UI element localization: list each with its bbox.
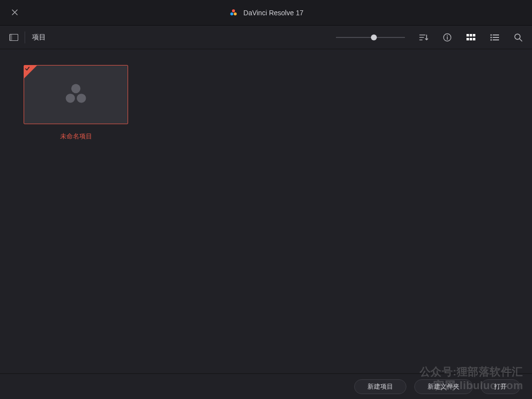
- svg-point-14: [490, 36, 492, 38]
- new-project-button[interactable]: 新建项目: [354, 379, 406, 394]
- project-thumbnail[interactable]: [24, 65, 128, 124]
- breadcrumb[interactable]: 项目: [31, 33, 46, 42]
- svg-point-2: [234, 12, 237, 15]
- svg-point-15: [490, 39, 492, 40]
- sidebar-toggle-icon[interactable]: [9, 33, 19, 42]
- svg-rect-12: [473, 38, 475, 40]
- project-card[interactable]: 未命名项目: [24, 65, 128, 141]
- toolbar: 项目: [0, 26, 532, 49]
- svg-rect-10: [466, 38, 469, 40]
- svg-point-19: [77, 94, 86, 103]
- toolbar-divider: [25, 32, 25, 43]
- svg-rect-4: [10, 34, 12, 40]
- footer: 新建项目 新建文件夹 打开: [0, 373, 532, 399]
- search-icon[interactable]: [513, 33, 523, 42]
- svg-point-1: [231, 12, 233, 15]
- new-folder-button[interactable]: 新建文件夹: [414, 379, 473, 394]
- svg-rect-7: [466, 34, 469, 36]
- list-view-icon[interactable]: [490, 33, 499, 42]
- sort-icon[interactable]: [419, 33, 429, 42]
- open-button[interactable]: 打开: [481, 379, 520, 394]
- grid-view-icon[interactable]: [466, 33, 476, 42]
- info-icon[interactable]: [442, 33, 452, 42]
- svg-rect-8: [470, 34, 472, 36]
- resolve-logo-icon: [62, 81, 90, 108]
- app-title: DaVinci Resolve 17: [243, 9, 303, 17]
- svg-point-0: [232, 9, 235, 12]
- svg-point-13: [490, 34, 492, 35]
- svg-point-17: [71, 84, 81, 94]
- selected-check-icon: [25, 66, 30, 71]
- svg-rect-9: [473, 34, 475, 36]
- titlebar: DaVinci Resolve 17: [0, 0, 532, 26]
- thumbnail-zoom-slider[interactable]: [336, 33, 405, 42]
- app-title-group: DaVinci Resolve 17: [229, 8, 303, 18]
- svg-point-18: [66, 94, 75, 103]
- svg-point-16: [515, 34, 520, 39]
- app-logo-icon: [229, 8, 238, 18]
- project-grid: 未命名项目: [0, 49, 532, 373]
- close-icon[interactable]: [12, 9, 19, 16]
- svg-point-6: [447, 35, 448, 36]
- project-name[interactable]: 未命名项目: [24, 132, 128, 141]
- svg-rect-11: [470, 38, 472, 40]
